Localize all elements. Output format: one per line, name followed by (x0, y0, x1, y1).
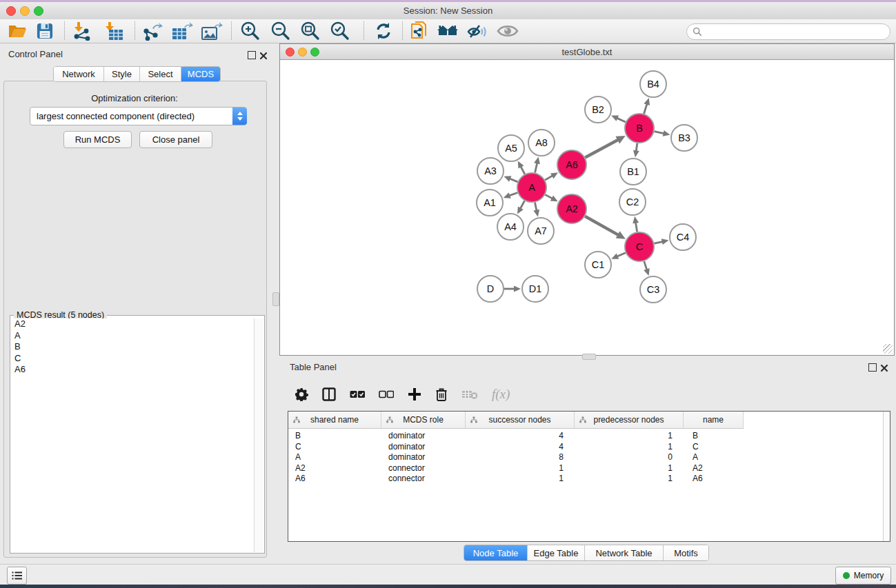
tab-mcds[interactable]: MCDS (181, 67, 220, 81)
toolbar-separator (402, 21, 403, 40)
table-cell: 1 (575, 474, 684, 485)
import-table-button[interactable] (100, 21, 126, 41)
tab-network[interactable]: Network (54, 67, 104, 81)
run-mcds-button[interactable]: Run MCDS (63, 131, 132, 148)
table-delete-table-button[interactable] (461, 384, 478, 405)
tab-node-table[interactable]: Node Table (464, 545, 528, 560)
network-canvas[interactable]: B4B2BB3A8A5A6A3B1AC2A1A2A4A7C4CC1C3DD1 (280, 60, 894, 355)
table-add-column-button[interactable] (408, 384, 421, 405)
column-header-predecessor-nodes[interactable]: predecessor nodes (575, 412, 684, 428)
zoom-out-button[interactable] (267, 21, 293, 41)
close-panel-button[interactable]: Close panel (139, 131, 212, 148)
attribute-tree-icon (579, 416, 586, 423)
show-details-button[interactable] (494, 21, 521, 41)
table-panel-float-button[interactable] (868, 363, 877, 372)
tab-network-table[interactable]: Network Table (585, 545, 664, 560)
split-panel-icon (322, 387, 336, 401)
graph-edge-C-C4[interactable] (654, 241, 663, 243)
graph-edge-A-A3[interactable] (509, 179, 518, 182)
splitter-handle-horizontal[interactable] (582, 354, 596, 360)
graph-edge-B-B2[interactable] (616, 118, 625, 122)
graph-edge-C-C2[interactable] (635, 222, 637, 232)
table-panel-close-button[interactable] (880, 363, 888, 375)
hide-details-button[interactable] (464, 21, 490, 41)
mcds-result-item[interactable]: A2 (11, 318, 254, 330)
open-session-button[interactable] (6, 21, 29, 41)
control-panel-close-button[interactable] (259, 50, 268, 63)
column-header-shared-name[interactable]: shared name (288, 412, 381, 428)
tab-network-label: Network (62, 69, 95, 79)
network-file-button[interactable] (407, 21, 433, 41)
table-split-panel-button[interactable] (322, 384, 336, 405)
graph-edge-C-C3[interactable] (644, 261, 647, 270)
table-settings-button[interactable] (295, 384, 308, 405)
open-session-icon (8, 23, 27, 39)
graph-edge-A-A5[interactable] (521, 166, 525, 174)
tab-style-label: Style (112, 69, 132, 79)
import-network-button[interactable] (69, 21, 95, 41)
column-header-MCDS-role[interactable]: MCDS role (381, 412, 466, 428)
graph-edge-B-B4[interactable] (644, 103, 648, 114)
tab-select[interactable]: Select (140, 67, 181, 81)
graph-edge-A2-C[interactable] (585, 216, 619, 236)
mcds-result-item[interactable]: B (11, 341, 254, 353)
app-title: Session: New Session (0, 6, 896, 16)
graph-edge-arrowhead (644, 268, 650, 276)
export-network-button[interactable] (139, 21, 166, 41)
tab-edge-table[interactable]: Edge Table (528, 545, 585, 560)
search-field[interactable] (686, 23, 890, 40)
zoom-selected-icon (329, 21, 350, 41)
zoom-selected-button[interactable] (326, 21, 352, 41)
table-scrollbar[interactable] (883, 412, 890, 541)
app-window: Session: New Session (0, 0, 896, 588)
close-icon (880, 364, 888, 372)
mcds-result-item[interactable]: A (11, 330, 254, 342)
table-row-C[interactable]: Cdominator41C (288, 442, 890, 453)
table-row-A2[interactable]: A2connector11A2 (288, 463, 890, 474)
splitter-handle-vertical[interactable] (272, 292, 279, 306)
zoom-fit-button[interactable] (297, 21, 323, 41)
window-resize-grip[interactable] (883, 344, 893, 354)
mcds-result-scrollbar[interactable] (254, 318, 263, 552)
refresh-button[interactable] (370, 21, 397, 41)
show-panels-button[interactable] (7, 567, 27, 585)
graph-node-label-B2: B2 (592, 104, 604, 115)
save-session-button[interactable] (33, 21, 57, 41)
home-button[interactable] (435, 21, 461, 41)
memory-button[interactable]: Memory (835, 567, 891, 585)
column-header-successor-nodes[interactable]: successor nodes (466, 412, 575, 428)
export-image-button[interactable] (199, 21, 225, 41)
table-cell: A6 (684, 474, 744, 485)
table-select-all-button[interactable] (350, 384, 365, 405)
table-row-B[interactable]: Bdominator41B (288, 431, 890, 442)
graph-edge-A-A8[interactable] (535, 162, 537, 172)
export-table-button[interactable] (169, 21, 195, 41)
table-type-tabs: Node Table Edge Table Network Table Moti… (464, 545, 709, 561)
zoom-fit-icon (299, 21, 320, 41)
table-delete-column-button[interactable] (435, 384, 448, 405)
graph-edge-A-A6[interactable] (545, 175, 553, 180)
table-cell: 1 (575, 431, 684, 442)
tab-motifs[interactable]: Motifs (664, 545, 708, 560)
search-input[interactable] (706, 26, 881, 37)
graph-edge-A6-B[interactable] (585, 139, 619, 157)
zoom-in-button[interactable] (237, 21, 263, 41)
graph-edge-A-A1[interactable] (508, 192, 517, 196)
control-panel-float-button[interactable] (248, 51, 256, 59)
table-row-A6[interactable]: A6connector11A6 (288, 474, 890, 485)
mcds-result-item[interactable]: C (11, 353, 254, 365)
table-deselect-all-button[interactable] (379, 384, 394, 405)
table-row-A[interactable]: Adominator80A (288, 452, 890, 463)
tab-style[interactable]: Style (104, 67, 140, 81)
attribute-tree-icon (293, 416, 300, 423)
graph-edge-B-B3[interactable] (655, 132, 665, 134)
table-toolbar: f(x) (288, 381, 890, 407)
float-icon (868, 363, 877, 372)
graph-edge-A-A4[interactable] (520, 201, 525, 209)
network-window-titlebar: testGlobe.txt (280, 44, 894, 60)
table-function-builder-button[interactable]: f(x) (492, 384, 510, 405)
mcds-result-item[interactable]: A6 (11, 364, 254, 376)
graph-edge-C-C1[interactable] (617, 253, 626, 257)
column-header-name[interactable]: name (684, 412, 744, 428)
criterion-select[interactable]: largest connected component (directed) (30, 107, 247, 125)
